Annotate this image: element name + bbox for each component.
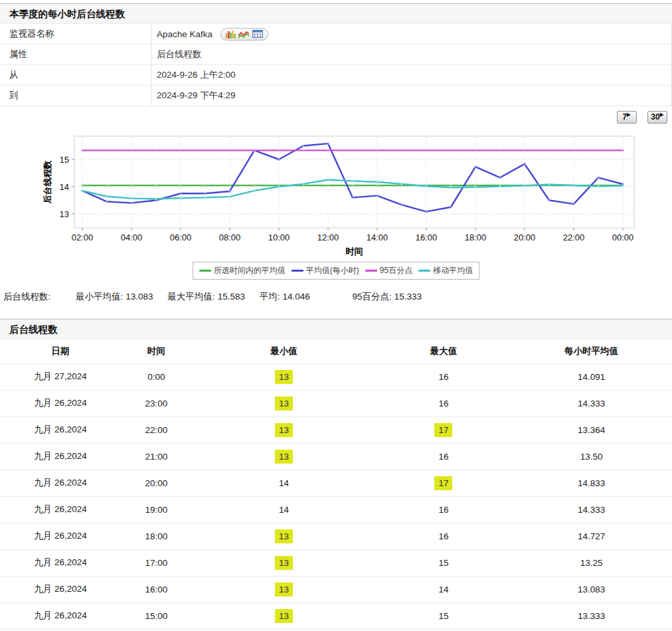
max-cell: 16 — [377, 390, 511, 416]
highlighted-value: 13 — [275, 423, 293, 437]
svg-text:02:00: 02:00 — [72, 232, 94, 242]
range-buttons: 7▶ 30▶ — [0, 110, 672, 125]
max-cell: 16 — [377, 523, 511, 549]
svg-text:04:00: 04:00 — [121, 232, 143, 242]
max-cell: 17 — [377, 416, 511, 443]
highlighted-value: 13 — [275, 609, 293, 623]
last-30-days-button[interactable]: 30▶ — [647, 111, 667, 124]
from-datetime: 2024-9-26 上午2:00 — [151, 69, 236, 81]
date-cell: 九月 26,2024 — [0, 390, 121, 416]
threads-table: 日期 时间 最小值 最大值 每小时平均值 九月 27,20240:0013161… — [0, 339, 672, 631]
stat-95th-percentile: 95百分点:15.333 — [353, 292, 422, 302]
table-icon[interactable] — [252, 30, 263, 38]
max-cell: 15 — [377, 549, 511, 576]
monitor-name: Apache Kafka — [151, 28, 268, 41]
info-row-from: 从 2024-9-26 上午2:00 — [0, 65, 671, 86]
stats-prefix: 后台线程数: — [3, 292, 50, 302]
table-row: 九月 26,202415:00131513.333 — [0, 602, 672, 629]
time-cell: 0:00 — [121, 363, 191, 390]
min-cell: 13 — [191, 549, 376, 576]
legend-item: 95百分点 — [365, 265, 412, 276]
table-title: 后台线程数 — [0, 319, 672, 339]
date-cell: 九月 26,2024 — [0, 416, 121, 443]
highlighted-value: 13 — [275, 583, 293, 596]
min-cell: 13 — [191, 390, 376, 416]
stats-line: 后台线程数: 最小平均值:13.083 最大平均值:15.583 平均:14.0… — [0, 291, 672, 306]
legend-swatch-icon — [292, 270, 303, 272]
avg-cell: 13.50 — [511, 443, 672, 470]
info-row-attribute: 属性 后台线程数 — [0, 45, 671, 65]
info-label: 从 — [0, 65, 151, 86]
avg-cell: 13.25 — [511, 549, 672, 576]
to-datetime: 2024-9-29 下午4:29 — [151, 90, 236, 102]
table-row: 九月 26,202416:00131413.083 — [0, 576, 672, 602]
last-7-days-button[interactable]: 7▶ — [617, 111, 637, 124]
time-cell: 15:00 — [121, 602, 191, 629]
date-cell: 九月 26,2024 — [0, 523, 121, 549]
stat-max-avg: 最大平均值:15.583 — [167, 292, 245, 302]
svg-text:13: 13 — [60, 209, 69, 219]
highlighted-value: 13 — [275, 450, 293, 464]
table-row: 九月 26,202421:00131613.50 — [0, 443, 672, 470]
legend-label: 移动平均值 — [433, 265, 473, 276]
date-cell: 九月 26,2024 — [0, 443, 121, 470]
min-cell: 14 — [191, 470, 376, 496]
avg-cell: 13.333 — [511, 602, 672, 629]
svg-text:14:00: 14:00 — [367, 232, 388, 242]
min-cell: 13 — [191, 576, 376, 602]
avg-cell: 14.091 — [511, 363, 672, 390]
table-row: 九月 26,202418:00131614.727 — [0, 523, 672, 549]
date-cell: 九月 26,2024 — [0, 470, 121, 496]
legend-item: 所选时间内的平均值 — [199, 265, 286, 276]
legend-swatch-icon — [199, 270, 211, 272]
attribute-value: 后台线程数 — [151, 48, 202, 60]
svg-text:时间: 时间 — [346, 246, 363, 256]
avg-cell: 14.333 — [511, 496, 672, 523]
date-cell: 九月 26,2024 — [0, 549, 121, 576]
line-chart-icon[interactable] — [238, 30, 250, 39]
svg-text:15: 15 — [60, 155, 69, 165]
time-cell: 23:00 — [121, 390, 191, 416]
svg-text:16:00: 16:00 — [416, 232, 438, 242]
info-row-to: 到 2024-9-29 下午4:29 — [0, 86, 671, 106]
min-cell: 13 — [191, 363, 376, 390]
col-header-min: 最小值 — [191, 339, 376, 363]
legend-swatch-icon — [365, 270, 377, 272]
info-row-monitor: 监视器名称 Apache Kafka — [0, 24, 671, 45]
max-cell: 17 — [377, 470, 511, 496]
max-cell: 14 — [377, 576, 511, 602]
svg-text:10:00: 10:00 — [268, 232, 290, 242]
info-label: 监视器名称 — [0, 24, 151, 45]
report-title: 本季度的每小时后台线程数 — [0, 3, 672, 24]
date-cell: 九月 26,2024 — [0, 602, 121, 629]
legend-swatch-icon — [418, 270, 430, 272]
svg-text:18:00: 18:00 — [465, 232, 487, 242]
legend-label: 所选时间内的平均值 — [214, 265, 286, 276]
svg-text:08:00: 08:00 — [219, 232, 241, 242]
time-cell: 19:00 — [121, 496, 191, 523]
highlighted-value: 13 — [275, 397, 293, 410]
flip-arrow-icon: ▶ — [627, 112, 631, 118]
min-cell: 13 — [191, 602, 376, 629]
table-row: 九月 26,202422:00131713.364 — [0, 416, 672, 443]
table-header-row: 日期 时间 最小值 最大值 每小时平均值 — [0, 339, 672, 363]
col-header-max: 最大值 — [377, 339, 511, 363]
max-cell: 16 — [377, 443, 511, 470]
legend-item: 平均值(每小时) — [292, 265, 359, 276]
highlighted-value: 13 — [275, 529, 293, 543]
time-cell: 22:00 — [121, 416, 191, 443]
svg-text:14: 14 — [60, 182, 69, 192]
table-row: 九月 26,202423:00131614.333 — [0, 390, 672, 416]
col-header-avg: 每小时平均值 — [511, 339, 672, 363]
time-cell: 21:00 — [121, 443, 191, 470]
svg-text:06:00: 06:00 — [170, 232, 192, 242]
svg-text:12:00: 12:00 — [317, 232, 339, 242]
time-cell: 17:00 — [121, 549, 191, 576]
info-label: 属性 — [0, 45, 151, 65]
svg-text:后台线程数: 后台线程数 — [42, 161, 52, 205]
bar-chart-icon[interactable] — [226, 30, 236, 39]
monitor-info-table: 监视器名称 Apache Kafka — [0, 24, 672, 106]
report-page: 本季度的每小时后台线程数 监视器名称 Apache Kafka — [0, 0, 672, 631]
info-label: 到 — [0, 86, 151, 106]
min-cell: 13 — [191, 416, 376, 443]
